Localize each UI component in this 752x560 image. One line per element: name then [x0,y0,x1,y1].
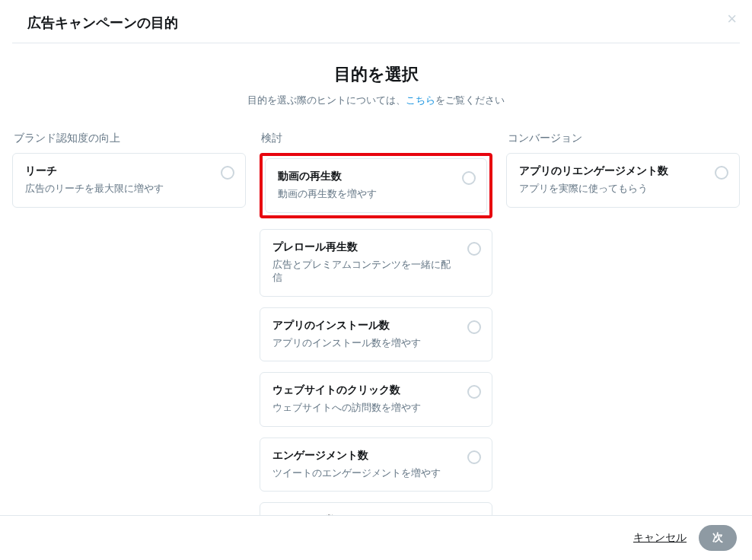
card-desc: 動画の再生数を増やす [278,188,452,202]
column-consideration: 検討 動画の再生数 動画の再生数を増やす プレロール再生数 広告とプレミアムコン… [260,132,493,560]
radio-icon[interactable] [467,242,481,256]
objective-card-video-views[interactable]: 動画の再生数 動画の再生数を増やす [265,158,488,213]
card-desc: ツイートのエンゲージメントを増やす [272,467,457,481]
objective-card-app-reengagement[interactable]: アプリのリエンゲージメント数 アプリを実際に使ってもらう [506,153,740,208]
objective-card-engagements[interactable]: エンゲージメント数 ツイートのエンゲージメントを増やす [260,438,493,492]
intro-sub-before: 目的を選ぶ際のヒントについては、 [247,94,406,106]
objective-card-preroll[interactable]: プレロール再生数 広告とプレミアムコンテンツを一緒に配信 [260,229,493,297]
column-awareness: ブランド認知度の向上 リーチ 広告のリーチを最大限に増やす [12,132,246,560]
column-consideration-title: 検討 [260,132,493,145]
card-desc: ウェブサイトへの訪問数を増やす [272,402,457,415]
cancel-button[interactable]: キャンセル [633,531,687,545]
modal-title: 広告キャンペーンの目的 [27,14,725,32]
card-title: アプリのリエンゲージメント数 [519,164,704,178]
intro-title: 目的を選択 [0,63,752,86]
objective-card-website-clicks[interactable]: ウェブサイトのクリック数 ウェブサイトへの訪問数を増やす [260,372,493,427]
card-title: プレロール再生数 [272,240,457,254]
radio-icon[interactable] [467,385,481,399]
intro-link[interactable]: こちら [406,94,435,106]
objective-card-app-installs[interactable]: アプリのインストール数 アプリのインストール数を増やす [260,307,493,362]
radio-icon[interactable] [462,171,476,185]
card-desc: 広告のリーチを最大限に増やす [25,183,210,196]
highlight-box: 動画の再生数 動画の再生数を増やす [260,153,493,218]
column-awareness-title: ブランド認知度の向上 [12,132,246,145]
card-title: リーチ [25,164,210,178]
campaign-objective-modal: 広告キャンペーンの目的 × 目的を選択 目的を選ぶ際のヒントについては、こちらを… [0,0,752,560]
intro-sub-after: をご覧ください [435,94,505,106]
modal-header: 広告キャンペーンの目的 × [12,0,740,43]
radio-icon[interactable] [467,450,481,464]
column-conversion-title: コンバージョン [506,132,740,145]
objective-columns: ブランド認知度の向上 リーチ 広告のリーチを最大限に増やす 検討 動画の再生数 … [0,116,752,560]
card-desc: アプリのインストール数を増やす [272,337,457,351]
intro-section: 目的を選択 目的を選ぶ際のヒントについては、こちらをご覧ください [0,63,752,107]
close-icon[interactable]: × [727,11,737,27]
card-title: エンゲージメント数 [272,449,457,463]
card-title: 動画の再生数 [278,170,452,183]
modal-footer: キャンセル 次 [0,515,752,560]
intro-subtitle: 目的を選ぶ際のヒントについては、こちらをご覧ください [0,94,752,107]
card-desc: 広告とプレミアムコンテンツを一緒に配信 [272,259,457,285]
next-button[interactable]: 次 [699,525,737,551]
radio-icon[interactable] [467,320,481,334]
card-title: ウェブサイトのクリック数 [272,383,457,397]
card-desc: アプリを実際に使ってもらう [519,183,704,196]
column-conversion: コンバージョン アプリのリエンゲージメント数 アプリを実際に使ってもらう [506,132,740,560]
card-title: アプリのインストール数 [272,319,457,332]
radio-icon[interactable] [221,166,234,180]
objective-card-reach[interactable]: リーチ 広告のリーチを最大限に増やす [12,153,246,208]
radio-icon[interactable] [715,166,728,180]
